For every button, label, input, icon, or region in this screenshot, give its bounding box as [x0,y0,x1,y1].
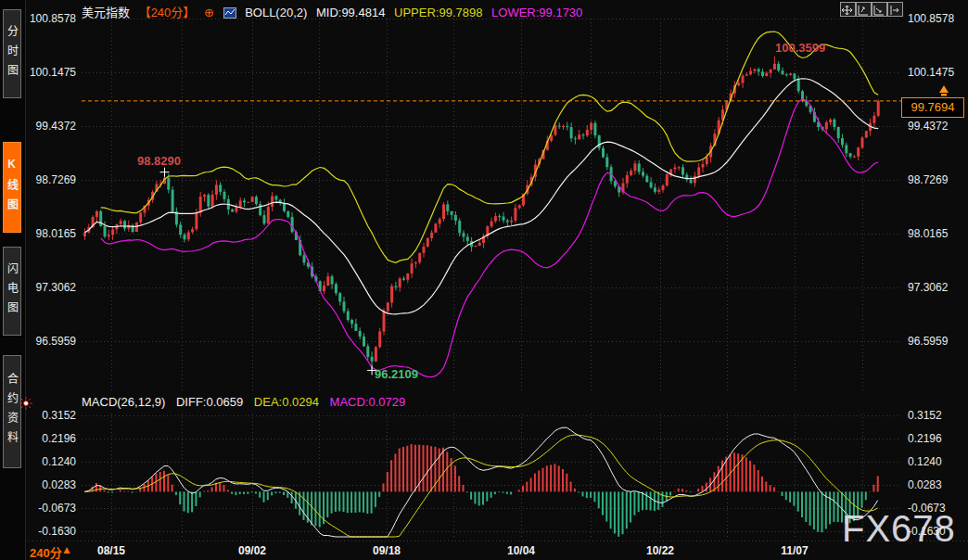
x-label: 10/22 [646,544,674,557]
y-label-right: 98.7269 [908,173,962,186]
boll-mid: MID:99.4814 [316,6,385,19]
macd-y-label-left: -0.0673 [22,502,76,515]
macd-y-label-left: 0.1240 [22,455,76,468]
annotation-period-high: 100.3599 [775,41,825,55]
sidebar-tab-flash-chart[interactable]: 闪电图 [3,247,21,336]
macd-y-label-left: 0.3152 [22,409,76,422]
y-label-left: 96.5959 [22,335,76,348]
y-label-left: 100.1475 [22,66,76,79]
macd-y-label-right: 0.2196 [908,432,962,445]
y-label-right: 96.5959 [908,335,962,348]
tab-label: K线图 [5,158,20,218]
x-label: 09/02 [238,544,266,557]
macd-header: MACD(26,12,9) DIFF:0.0659 DEA:0.0294 MAC… [82,395,413,409]
macd-y-label-right: 0.1240 [908,455,962,468]
y-label-right: 98.0165 [908,227,962,240]
y-label-left: 99.4372 [22,120,76,133]
sidebar-tab-candle-chart[interactable]: K线图 [3,142,21,233]
macd-macd: MACD:0.0729 [330,395,406,409]
boll-lower: LOWER:99.1730 [491,6,582,19]
macd-y-label-right: 0.3152 [908,409,962,422]
chart-type-icon[interactable] [223,7,236,21]
tab-label: 闪电图 [5,262,20,321]
add-indicator-icon[interactable]: ⊕ [204,6,214,19]
macd-settings-icon[interactable] [19,397,32,410]
x-label: 09/18 [373,544,401,557]
annotation-period-low: 96.2109 [375,367,418,381]
sidebar: 分时图 K线图 闪电图 合约资料 [0,0,26,560]
tab-label: 合约资料 [5,373,20,451]
macd-y-label-left: -0.1630 [22,525,76,538]
macd-label: MACD(26,12,9) [82,395,165,409]
chart-window: 分时图 K线图 闪电图 合约资料 美元指数 【240分】 ⊕ BOLL(20,2… [0,0,968,560]
y-label-left: 98.7269 [22,173,76,186]
chart-header: 美元指数 【240分】 ⊕ BOLL(20,2) MID:99.4814 UPP… [82,3,588,21]
boll-upper: UPPER:99.7898 [394,6,482,19]
macd-y-label-right: 0.0283 [908,478,962,491]
pan-right-icon[interactable] [887,2,903,17]
y-label-right: 100.8578 [908,12,962,25]
chart-canvas[interactable] [0,0,968,560]
y-label-right: 97.3062 [908,281,962,294]
x-label: 11/07 [781,544,808,557]
y-label-left: 98.0165 [22,227,76,240]
y-label-left: 97.3062 [22,281,76,294]
y-label-right: 100.1475 [908,66,962,79]
fit-x-axis-icon[interactable] [872,2,887,17]
tab-label: 分时图 [5,25,20,83]
x-label: 08/15 [97,544,125,557]
macd-y-label-left: 0.0283 [22,478,76,491]
symbol-title: 美元指数 [82,6,130,19]
annotation-swing-high: 98.8290 [137,154,181,168]
fit-y-axis-icon[interactable] [856,2,872,17]
sidebar-tab-contract-info[interactable]: 合约资料 [3,355,21,468]
macd-y-label-right: -0.1630 [908,525,962,538]
y-label-right: 99.4372 [908,120,962,133]
macd-dea: DEA:0.0294 [254,395,319,409]
move-crosshair-icon[interactable] [840,2,856,17]
macd-diff: DIFF:0.0659 [176,395,243,409]
y-label-left: 100.8578 [22,12,76,25]
macd-y-label-left: 0.2196 [22,432,76,445]
macd-y-label-right: -0.0673 [908,502,962,515]
boll-label: BOLL(20,2) [245,6,307,19]
period-badge: 【240分】 [139,6,196,19]
x-label: 10/04 [507,544,535,557]
price-alert-icon [936,84,951,101]
period-selector[interactable]: 240分 [30,543,62,560]
sidebar-tab-time-chart[interactable]: 分时图 [3,9,21,98]
period-dropdown-icon[interactable]: ▲ [61,543,72,556]
last-price-tag: 99.7694 [901,97,964,118]
